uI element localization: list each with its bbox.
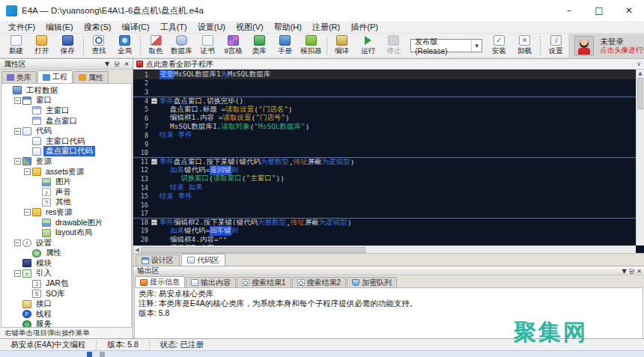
chevron-down-icon[interactable]: ∨ <box>637 61 641 67</box>
code-line[interactable]: 7MsSQL数据库1.读取对象("MsSQL数据库") <box>133 123 636 132</box>
code-line[interactable]: 16 <box>133 201 636 210</box>
code-editor[interactable]: 1变量 MsSQL数据库1 为 MsSQL数据库234−事件 盘点窗口.切换完毕… <box>133 70 644 253</box>
tree-item[interactable]: −窗口 <box>4 96 131 106</box>
code-line[interactable]: 9 <box>133 140 636 149</box>
menu-item[interactable]: 帮助(H) <box>269 22 307 33</box>
toolbar-button-emu[interactable]: 模拟器 <box>298 34 324 58</box>
collapse-icon[interactable]: − <box>14 128 21 135</box>
output-pin-icon[interactable]: 닫 <box>629 268 635 275</box>
minimize-button[interactable]: – <box>554 0 584 21</box>
toolbar-button-settings[interactable]: i设置 <box>543 34 569 58</box>
toolbar-button-find[interactable]: 查找 <box>86 34 112 58</box>
toolbar-button-uninstall[interactable]: ✕卸载 <box>511 34 538 58</box>
collapse-icon[interactable]: − <box>151 219 157 225</box>
code-line[interactable]: 5盘点窗口.标题 = 读取设置("门店名") <box>133 105 636 114</box>
code-line[interactable]: 4−事件 盘点窗口.切换完毕() <box>133 97 636 106</box>
tree-item[interactable]: G服务 <box>4 320 131 327</box>
menu-item[interactable]: 搜索(S) <box>79 22 117 33</box>
editor-header-label[interactable]: 点此查看全部子程序 <box>146 59 213 70</box>
menu-item[interactable]: 工具(T) <box>155 22 192 33</box>
menu-item[interactable]: 视图(V) <box>231 22 269 33</box>
toolbar-button-color[interactable]: 取色 <box>143 34 169 58</box>
collapse-icon[interactable]: − <box>151 159 157 165</box>
tree-item[interactable]: drawable图片 <box>4 218 131 228</box>
menu-item[interactable]: 编译(C) <box>116 22 154 33</box>
tree-item[interactable]: JJAR包 <box>4 278 131 289</box>
code-line[interactable]: 8结束 事件 <box>133 131 636 140</box>
editor-tab-code[interactable]: 代码区 <box>181 254 225 266</box>
tree-item[interactable]: −res资源 <box>4 207 131 218</box>
collapse-icon[interactable]: − <box>14 158 21 165</box>
collapse-icon[interactable]: − <box>14 270 21 277</box>
panel-close-icon[interactable]: ✕ <box>123 61 130 67</box>
output-tab-doc[interactable]: 输出内容 <box>186 277 236 287</box>
editor-horizontal-scrollbar[interactable]: ◀ <box>133 245 636 253</box>
toolbar-button-new[interactable]: 新建 <box>3 34 29 58</box>
tree-item[interactable]: ♪声音 <box>4 187 131 198</box>
output-tab-search[interactable]: 搜索结果2 <box>292 277 347 287</box>
code-line[interactable]: 12如果 键代码=返回键 则 <box>133 166 636 175</box>
fold-toggle[interactable]: − <box>151 159 160 165</box>
toolbar-button-install[interactable]: ✓安装 <box>486 34 512 58</box>
output-tab-shield[interactable]: 加密队列 <box>347 277 397 287</box>
toolbar-button-compile[interactable]: 编译 <box>329 34 356 58</box>
collapse-icon[interactable]: − <box>14 97 21 104</box>
vertical-scroll-thumb[interactable] <box>637 78 643 109</box>
code-line[interactable]: 14结束 如果 <box>133 183 636 192</box>
tree-item[interactable]: −代码 <box>4 126 131 136</box>
toolbar-button-db[interactable]: 数据库 <box>168 34 195 58</box>
tree-item[interactable]: 模块 <box>4 258 131 269</box>
taskbar-icon[interactable] <box>87 352 92 357</box>
toolbar-button-save[interactable]: 保存 <box>55 34 81 58</box>
tree-item[interactable]: 工程数据 <box>4 85 131 96</box>
code-line[interactable]: 1变量 MsSQL数据库1 为 MsSQL数据库 <box>133 70 636 79</box>
output-dropdown-icon[interactable]: ▼ <box>622 268 627 275</box>
menu-item[interactable]: 设置(U) <box>192 22 231 33</box>
close-button[interactable]: ✕ <box>614 0 644 21</box>
menu-item[interactable]: 文件(F) <box>3 22 40 33</box>
output-tab-search[interactable]: 搜索结果1 <box>237 277 291 287</box>
fold-toggle[interactable]: − <box>151 219 160 225</box>
toolbar-button-grid9[interactable]: 9宫格 <box>220 34 246 58</box>
toolbar-button-run[interactable]: 运行 <box>355 34 381 58</box>
toolbar-button-lib[interactable]: 类库 <box>246 34 273 58</box>
menu-item[interactable]: 编辑(E) <box>40 22 79 33</box>
code-line[interactable]: 19如果 键代码=回车键 则 <box>133 227 636 236</box>
tree-item[interactable]: 图片 <box>4 177 131 187</box>
tree-item[interactable]: F线程 <box>4 309 131 320</box>
editor-vertical-scrollbar[interactable]: ▲ <box>636 70 644 245</box>
tree-item[interactable]: ?其他 <box>4 198 131 208</box>
menu-item[interactable]: 插件(P) <box>345 22 383 33</box>
collapse-icon[interactable]: − <box>151 98 157 104</box>
tree-item[interactable]: SSO库 <box>4 289 131 299</box>
code-line[interactable]: 6编辑框1.内容 = 读取设置("门店号") <box>133 114 636 123</box>
toolbar-button-global[interactable]: 全局 <box>112 34 138 58</box>
sidebar-tab-prop[interactable]: 属性 <box>73 71 109 83</box>
panel-dropdown-icon[interactable]: ▼ <box>103 61 111 67</box>
tree-item[interactable]: 接口 <box>4 299 131 309</box>
build-type-dropdown[interactable]: 发布版(Release)▼ <box>410 39 482 52</box>
toolbar-button-manual[interactable]: 手册 <box>272 34 298 58</box>
code-line[interactable]: 3 <box>133 88 636 97</box>
toolbar-button-cert[interactable]: 证书 <box>195 34 221 58</box>
scroll-left-icon[interactable]: ◀ <box>133 247 141 253</box>
tree-item[interactable]: 主窗口 <box>4 106 131 116</box>
panel-pin-icon[interactable]: 닫 <box>113 60 121 68</box>
tree-item[interactable]: 主窗口代码 <box>4 136 131 147</box>
code-line[interactable]: 11−事件 盘点窗口.按下某键(键代码 为 整数型, 传址 屏蔽 为 逻辑型) <box>133 157 636 166</box>
tree-item[interactable]: −资源 <box>4 156 131 167</box>
tree-item[interactable]: −i设置 <box>4 238 131 248</box>
sidebar-tab-lib[interactable]: 类库 <box>1 71 37 83</box>
fold-toggle[interactable]: − <box>151 98 160 104</box>
maximize-button[interactable]: □ <box>584 0 614 21</box>
tree-item[interactable]: 属性 <box>4 248 131 259</box>
code-line[interactable]: 10 <box>133 148 636 157</box>
menu-item[interactable]: 注册(R) <box>307 22 345 33</box>
code-line[interactable]: 17 <box>133 210 636 219</box>
login-hint[interactable]: 点击头像进行登录 <box>600 46 644 55</box>
toolbar-button-open[interactable]: 打开 <box>29 34 55 58</box>
collapse-icon[interactable]: − <box>24 209 31 216</box>
login-box[interactable]: 未登录 点击头像进行登录 <box>568 34 644 58</box>
output-close-icon[interactable]: ✕ <box>637 268 642 275</box>
tree-item[interactable]: 盘点窗口代码 <box>4 147 131 157</box>
